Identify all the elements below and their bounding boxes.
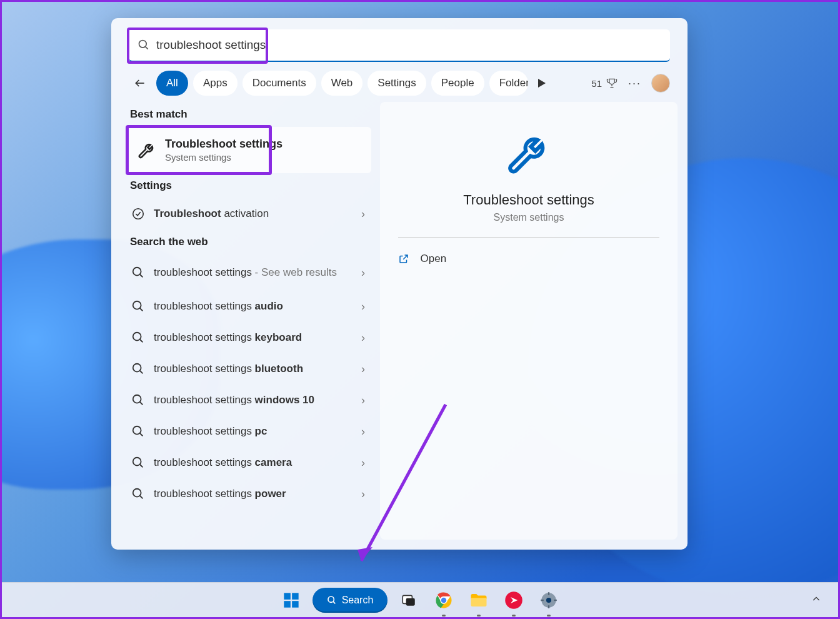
tab-apps[interactable]: Apps <box>193 71 238 96</box>
svg-point-17 <box>133 458 141 466</box>
svg-line-12 <box>140 371 143 374</box>
tab-all[interactable]: All <box>156 71 188 96</box>
search-icon <box>131 487 145 501</box>
svg-point-7 <box>133 301 141 310</box>
search-icon <box>138 39 150 51</box>
web-result-keyboard[interactable]: troubleshoot settings keyboard › <box>128 322 371 353</box>
results-column: Best match Troubleshoot settings System … <box>128 102 371 540</box>
chevron-right-icon: › <box>361 425 365 438</box>
svg-line-28 <box>333 601 335 603</box>
tabs-scroll-right[interactable] <box>533 74 551 92</box>
chevron-right-icon: › <box>361 300 365 313</box>
open-action[interactable]: Open <box>398 249 660 269</box>
taskbar-search-label: Search <box>342 595 374 606</box>
svg-point-19 <box>133 489 141 497</box>
chevron-right-icon: › <box>361 456 365 470</box>
svg-point-5 <box>133 268 141 276</box>
gear-icon <box>540 591 558 609</box>
tab-folders[interactable]: Folders <box>489 71 528 96</box>
web-result-pc[interactable]: troubleshoot settings pc › <box>128 416 371 447</box>
svg-point-15 <box>133 426 141 435</box>
search-icon <box>327 595 337 605</box>
search-icon <box>131 331 145 345</box>
taskbar: Search <box>2 582 838 617</box>
chevron-right-icon: › <box>361 266 365 279</box>
svg-rect-24 <box>292 593 299 600</box>
web-result-power[interactable]: troubleshoot settings power › <box>128 478 371 510</box>
tab-documents[interactable]: Documents <box>242 71 316 96</box>
open-external-icon <box>398 253 409 264</box>
search-icon <box>131 266 145 279</box>
trophy-icon <box>606 77 618 89</box>
svg-point-9 <box>133 333 141 341</box>
taskbar-search-button[interactable]: Search <box>312 588 388 613</box>
taskbar-app-red[interactable] <box>500 586 528 614</box>
tab-settings[interactable]: Settings <box>368 71 426 96</box>
taskbar-tray-chevron[interactable] <box>807 590 826 608</box>
search-icon <box>131 299 145 313</box>
detail-title: Troubleshoot settings <box>463 192 594 208</box>
svg-line-6 <box>140 274 143 278</box>
taskbar-settings[interactable] <box>535 586 562 614</box>
svg-rect-40 <box>548 605 549 608</box>
back-button[interactable] <box>129 72 151 94</box>
taskbar-file-explorer[interactable] <box>465 586 492 614</box>
chevron-right-icon: › <box>361 208 365 221</box>
tab-people[interactable]: People <box>431 71 484 96</box>
svg-point-27 <box>328 596 334 602</box>
search-icon <box>131 393 145 407</box>
rewards-button[interactable]: 51 <box>591 77 618 89</box>
user-avatar[interactable] <box>651 74 670 93</box>
arrow-left-icon <box>134 77 146 89</box>
svg-line-14 <box>140 402 143 405</box>
web-result-label: troubleshoot settings windows 10 <box>154 394 361 406</box>
svg-marker-3 <box>538 79 546 88</box>
search-bar[interactable] <box>129 29 670 62</box>
tab-web[interactable]: Web <box>321 71 363 96</box>
svg-rect-30 <box>406 598 415 605</box>
settings-result-activation[interactable]: Troubleshoot activation › <box>128 198 371 229</box>
svg-line-18 <box>140 465 143 468</box>
task-view-button[interactable] <box>395 586 422 614</box>
divider <box>398 237 660 238</box>
web-result-bluetooth[interactable]: troubleshoot settings bluetooth › <box>128 353 371 385</box>
search-icon <box>131 362 145 376</box>
search-input[interactable] <box>156 38 661 52</box>
chevron-right-icon: › <box>361 363 365 376</box>
triangle-right-icon <box>538 79 546 88</box>
web-result-see-results[interactable]: troubleshoot settings - See web results … <box>128 254 371 291</box>
taskbar-chrome[interactable] <box>430 586 458 614</box>
svg-line-1 <box>146 47 148 49</box>
check-circle-icon <box>131 207 145 221</box>
more-options-button[interactable]: ··· <box>628 77 641 90</box>
windows-icon <box>282 591 300 609</box>
chevron-right-icon: › <box>361 488 365 501</box>
section-search-web: Search the web <box>128 229 371 254</box>
svg-line-8 <box>140 308 143 311</box>
search-icon <box>131 456 145 470</box>
section-settings: Settings <box>128 173 371 198</box>
svg-point-0 <box>139 41 147 48</box>
svg-rect-26 <box>292 601 299 608</box>
filter-tabs-row: All Apps Documents Web Settings People F… <box>111 62 688 102</box>
web-result-camera[interactable]: troubleshoot settings camera › <box>128 447 371 478</box>
best-match-item[interactable]: Troubleshoot settings System settings <box>128 127 371 173</box>
web-result-label: troubleshoot settings bluetooth <box>154 363 361 375</box>
web-result-label: troubleshoot settings pc <box>154 425 361 438</box>
web-result-label: troubleshoot settings audio <box>154 300 361 313</box>
chevron-up-icon <box>811 594 821 604</box>
detail-subtitle: System settings <box>494 212 564 223</box>
web-result-label: troubleshoot settings camera <box>154 456 361 469</box>
svg-point-11 <box>133 364 141 372</box>
svg-point-13 <box>133 395 141 403</box>
svg-line-16 <box>140 433 143 436</box>
rewards-points: 51 <box>591 78 602 89</box>
svg-rect-23 <box>284 593 291 600</box>
start-button[interactable] <box>278 586 305 614</box>
web-result-label: troubleshoot settings keyboard <box>154 331 361 344</box>
web-result-windows-10[interactable]: troubleshoot settings windows 10 › <box>128 385 371 416</box>
section-best-match: Best match <box>128 102 371 127</box>
svg-line-10 <box>140 340 143 343</box>
svg-rect-25 <box>284 601 291 608</box>
web-result-audio[interactable]: troubleshoot settings audio › <box>128 291 371 322</box>
